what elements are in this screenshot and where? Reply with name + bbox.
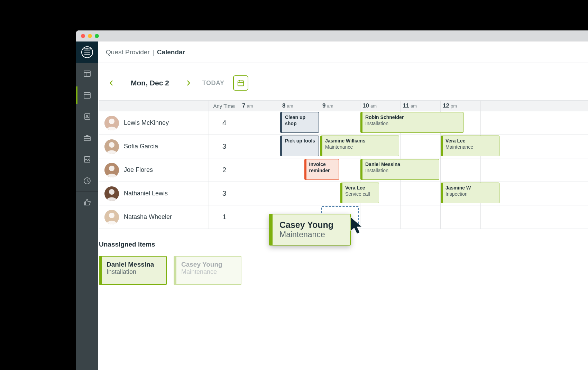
unassigned-card[interactable]: Casey YoungMaintenance [174, 256, 241, 285]
svg-rect-5 [84, 93, 90, 98]
event[interactable]: Vera LeeMaintenance [441, 136, 499, 156]
breadcrumb: Quest Provider | Calendar [98, 41, 588, 63]
team-member-name: Natasha Wheeler [124, 213, 172, 221]
event[interactable]: Invoice reminder [304, 159, 339, 180]
anytime-count[interactable]: 1 [209, 205, 240, 229]
avatar [104, 139, 119, 154]
anytime-count[interactable]: 4 [209, 111, 240, 135]
header-anytime: Any Time [209, 101, 240, 111]
anytime-count[interactable]: 3 [209, 182, 240, 205]
svg-rect-16 [84, 157, 90, 162]
clock-icon[interactable] [76, 170, 98, 192]
event[interactable]: Jasmine WInspection [441, 183, 499, 203]
contacts-icon[interactable] [76, 106, 98, 127]
avatar [104, 186, 119, 201]
svg-point-29 [109, 189, 114, 195]
grid-header: Any Time 7am8am9am10am11am12pm [99, 100, 588, 111]
maximize-icon[interactable] [95, 34, 99, 38]
svg-rect-14 [84, 137, 90, 141]
anytime-count[interactable]: 2 [209, 158, 240, 182]
schedule-grid: Any Time 7am8am9am10am11am12pm Lewis McK… [99, 100, 588, 229]
svg-point-23 [109, 119, 114, 124]
timeline[interactable]: Clean up shopRobin SchneiderInstallation [240, 111, 481, 135]
svg-point-25 [109, 142, 114, 148]
image-icon[interactable] [76, 149, 98, 170]
event[interactable]: Pick up tools [280, 136, 319, 156]
svg-text:JOBBER: JOBBER [84, 48, 91, 50]
event[interactable]: Daniel MessinaInstallation [360, 159, 439, 180]
avatar [104, 116, 119, 130]
next-day-button[interactable] [183, 77, 194, 89]
team-row: Sofia Garcia3Pick up toolsJasmine Willia… [99, 135, 588, 158]
window-titlebar [76, 30, 588, 41]
team-member-cell[interactable]: Lewis McKinney [99, 111, 209, 135]
breadcrumb-sep: | [153, 48, 154, 56]
header-hour: 11am [401, 101, 441, 111]
header-hour: 9am [320, 101, 360, 111]
team-member-cell[interactable]: Joe Flores [99, 158, 209, 182]
team-member-name: Lewis McKinney [124, 119, 169, 127]
event[interactable]: Clean up shop [280, 112, 319, 133]
prev-day-button[interactable] [106, 77, 117, 89]
dragging-event-sub: Maintenance [279, 230, 343, 239]
calendar-icon[interactable] [76, 84, 98, 106]
close-icon[interactable] [81, 34, 85, 38]
minimize-icon[interactable] [88, 34, 92, 38]
anytime-count[interactable]: 3 [209, 135, 240, 158]
header-hour: 12pm [441, 101, 481, 111]
team-row: Joe Flores2Invoice reminderDaniel Messin… [99, 158, 588, 182]
svg-point-27 [109, 166, 114, 171]
header-hour: 8am [280, 101, 320, 111]
team-member-cell[interactable]: Natasha Wheeler [99, 205, 209, 229]
date-picker-button[interactable] [233, 75, 248, 91]
team-member-cell[interactable]: Sofia Garcia [99, 135, 209, 158]
team-row: Lewis McKinney4Clean up shopRobin Schnei… [99, 111, 588, 135]
breadcrumb-org[interactable]: Quest Provider [106, 48, 150, 56]
event[interactable]: Jasmine WilliamsMaintenance [320, 136, 399, 156]
team-member-cell[interactable]: Nathaniel Lewis [99, 182, 209, 205]
event[interactable]: Robin SchneiderInstallation [360, 112, 463, 133]
logo[interactable]: JOBBER [76, 41, 98, 63]
date-toolbar: Mon, Dec 2 TODAY [98, 63, 588, 100]
sidebar: JOBBER [76, 41, 98, 370]
dragging-event[interactable]: Casey Young Maintenance [269, 214, 351, 246]
svg-rect-18 [238, 81, 244, 86]
team-member-name: Sofia Garcia [124, 143, 158, 150]
svg-point-31 [109, 213, 114, 218]
app-window: JOBBER [76, 30, 588, 370]
avatar [104, 163, 119, 177]
unassigned-card[interactable]: Daniel MessinaInstallation [99, 256, 167, 285]
dragging-event-title: Casey Young [279, 220, 343, 230]
breadcrumb-page: Calendar [157, 48, 185, 56]
today-button[interactable]: TODAY [202, 80, 224, 87]
cursor-icon [349, 216, 367, 236]
briefcase-icon[interactable] [76, 127, 98, 149]
header-hour: 10am [360, 101, 401, 111]
timeline[interactable]: Invoice reminderDaniel MessinaInstallati… [240, 158, 481, 182]
avatar [104, 210, 119, 224]
timeline[interactable]: Pick up toolsJasmine WilliamsMaintenance… [240, 135, 481, 158]
svg-rect-2 [84, 71, 90, 76]
current-date: Mon, Dec 2 [119, 79, 181, 87]
timeline[interactable]: Vera LeeService callJasmine WInspection [240, 182, 481, 205]
team-row: Nathaniel Lewis3Vera LeeService callJasm… [99, 182, 588, 205]
header-hour: 7am [240, 101, 280, 111]
team-member-name: Joe Flores [124, 166, 153, 174]
dashboard-icon[interactable] [76, 63, 98, 84]
thumbs-up-icon[interactable] [76, 192, 98, 213]
event[interactable]: Vera LeeService call [340, 183, 379, 203]
svg-point-10 [86, 115, 88, 117]
team-member-name: Nathaniel Lewis [124, 190, 168, 197]
